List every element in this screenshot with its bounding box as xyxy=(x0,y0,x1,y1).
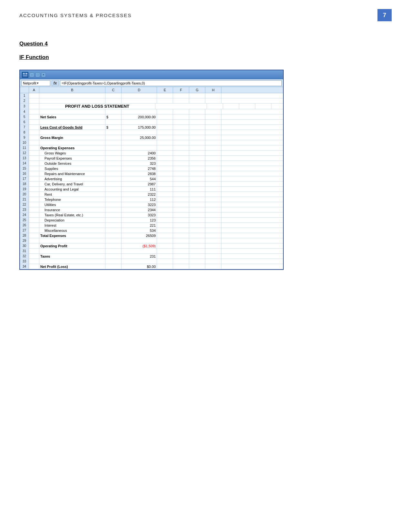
table-row[interactable]: 34Net Profit (Loss)$0.00 xyxy=(20,264,283,269)
cell-c-8[interactable] xyxy=(105,130,122,135)
cell-e-10[interactable] xyxy=(157,140,173,145)
cell-f-29[interactable] xyxy=(173,238,189,243)
cell-e-34[interactable] xyxy=(157,264,173,269)
cell-c-33[interactable] xyxy=(105,259,122,264)
cell-e-23[interactable] xyxy=(157,207,173,212)
cell-h-6[interactable] xyxy=(205,120,221,124)
cell-b-31[interactable] xyxy=(39,249,105,253)
cell-d-27[interactable]: 534 xyxy=(122,228,157,233)
cell-a-3[interactable] xyxy=(29,103,39,109)
cell-c-4[interactable] xyxy=(105,109,122,114)
cell-b-14[interactable]: Outside Services xyxy=(39,161,105,166)
cell-h-14[interactable] xyxy=(205,161,221,166)
cell-f-27[interactable] xyxy=(173,228,189,233)
cell-d-13[interactable]: 2356 xyxy=(122,156,157,161)
cell-f-32[interactable] xyxy=(173,254,189,259)
cell-h-31[interactable] xyxy=(205,249,221,253)
col-header-e[interactable]: E xyxy=(157,87,173,93)
cell-h-8[interactable] xyxy=(205,130,221,135)
cell-f-7[interactable] xyxy=(173,125,189,130)
cell-c-7[interactable]: $ xyxy=(105,125,122,130)
cell-h-32[interactable] xyxy=(205,254,221,259)
spreadsheet[interactable]: ─ □ ✕ Netprofit ▼ fx =IF(Opeartingprofit… xyxy=(19,70,284,270)
cell-e-33[interactable] xyxy=(157,259,173,264)
col-header-b[interactable]: B xyxy=(39,87,105,93)
table-row[interactable]: 14Outside Services323 xyxy=(20,161,283,166)
cell-h-12[interactable] xyxy=(205,151,221,155)
cell-d-33[interactable] xyxy=(122,259,157,264)
cell-c-14[interactable] xyxy=(105,161,122,166)
cell-g-27[interactable] xyxy=(189,228,205,233)
table-row[interactable]: 2 xyxy=(20,98,283,103)
table-row[interactable]: 10 xyxy=(20,140,283,145)
cell-c-9[interactable] xyxy=(105,135,122,140)
cell-d-15[interactable]: 2748 xyxy=(122,166,157,171)
cell-d-1[interactable] xyxy=(122,93,157,98)
cell-f-6[interactable] xyxy=(173,120,189,124)
cell-e-24[interactable] xyxy=(157,212,173,217)
cell-b-15[interactable]: Supplies xyxy=(39,166,105,171)
cell-f-22[interactable] xyxy=(173,202,189,207)
cell-e-16[interactable] xyxy=(157,171,173,176)
table-row[interactable]: 27Miscellaneous534 xyxy=(20,228,283,233)
cell-g-30[interactable] xyxy=(189,243,205,248)
cell-d-22[interactable]: 3223 xyxy=(122,202,157,207)
cell-b-3[interactable]: PROFIT AND LOSS STATEMENT xyxy=(39,103,155,109)
cell-f-19[interactable] xyxy=(173,187,189,192)
cell-f-14[interactable] xyxy=(173,161,189,166)
cell-e-1[interactable] xyxy=(157,93,173,98)
cell-b-2[interactable] xyxy=(39,98,105,103)
cell-a-30[interactable] xyxy=(29,243,39,248)
cell-e-31[interactable] xyxy=(157,249,173,253)
cell-c-18[interactable] xyxy=(105,182,122,186)
cell-e-32[interactable] xyxy=(157,254,173,259)
cell-g-11[interactable] xyxy=(189,145,205,150)
cell-a-17[interactable] xyxy=(29,176,39,181)
cell-e-22[interactable] xyxy=(157,202,173,207)
col-header-d[interactable]: D xyxy=(122,87,157,93)
table-row[interactable]: 8 xyxy=(20,130,283,135)
cell-e-4[interactable] xyxy=(157,109,173,114)
cell-b-18[interactable]: Car, Delivery, and Travel xyxy=(39,182,105,186)
cell-c-16[interactable] xyxy=(105,171,122,176)
cell-b-32[interactable]: Taxes xyxy=(39,254,105,259)
cell-d-7[interactable]: 175,000.00 xyxy=(122,125,157,130)
cell-a-6[interactable] xyxy=(29,120,39,124)
cell-e-14[interactable] xyxy=(157,161,173,166)
cell-a-15[interactable] xyxy=(29,166,39,171)
cell-c-12[interactable] xyxy=(105,151,122,155)
table-row[interactable]: 15Supplies2748 xyxy=(20,166,283,171)
cell-d-24[interactable]: 3323 xyxy=(122,212,157,217)
cell-c-29[interactable] xyxy=(105,238,122,243)
cell-b-24[interactable]: Taxes (Real Estate, etc.) xyxy=(39,212,105,217)
formula-input[interactable]: =IF(Opeartingprofit-Taxes>1,Opeartingpro… xyxy=(60,80,282,86)
cell-c-30[interactable] xyxy=(105,243,122,248)
cell-d-9[interactable]: 25,000.00 xyxy=(122,135,157,140)
cell-g-34[interactable] xyxy=(189,264,205,269)
cell-c-22[interactable] xyxy=(105,202,122,207)
table-row[interactable]: 26Interest221 xyxy=(20,223,283,228)
cell-c-5[interactable]: $ xyxy=(105,114,122,119)
cell-h-25[interactable] xyxy=(205,218,221,222)
cell-a-1[interactable] xyxy=(29,93,39,98)
cell-a-21[interactable] xyxy=(29,197,39,202)
cell-b-27[interactable]: Miscellaneous xyxy=(39,228,105,233)
cell-f-20[interactable] xyxy=(173,192,189,197)
cell-a-18[interactable] xyxy=(29,182,39,186)
cell-c-34[interactable] xyxy=(105,264,122,269)
table-row[interactable]: 3PROFIT AND LOSS STATEMENT xyxy=(20,103,283,109)
cell-d-11[interactable] xyxy=(122,145,157,150)
cell-f-15[interactable] xyxy=(173,166,189,171)
table-row[interactable]: 32Taxes231 xyxy=(20,254,283,259)
cell-b-26[interactable]: Interest xyxy=(39,223,105,228)
cell-f-9[interactable] xyxy=(173,135,189,140)
cell-e-6[interactable] xyxy=(157,120,173,124)
cell-g-20[interactable] xyxy=(189,192,205,197)
cell-h-3[interactable] xyxy=(255,103,271,109)
cell-g-13[interactable] xyxy=(189,156,205,161)
cell-h-2[interactable] xyxy=(205,98,221,103)
cell-e-18[interactable] xyxy=(157,182,173,186)
cell-g-7[interactable] xyxy=(189,125,205,130)
cell-e-28[interactable] xyxy=(157,233,173,238)
cell-b-8[interactable] xyxy=(39,130,105,135)
